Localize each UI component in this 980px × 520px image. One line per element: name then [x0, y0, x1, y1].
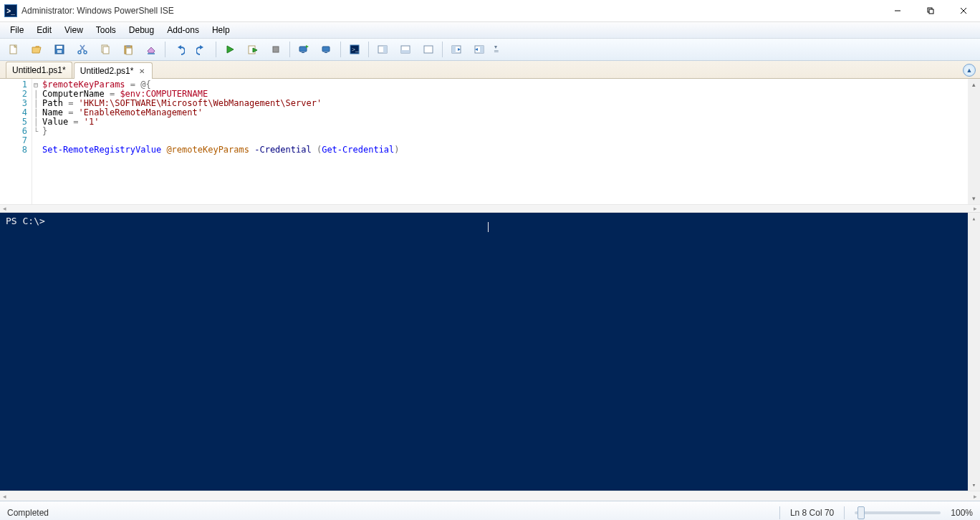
show-command-addon-button[interactable]: [470, 41, 489, 58]
titlebar: >_ Administrator: Windows PowerShell ISE: [0, 0, 980, 22]
open-file-button[interactable]: [27, 41, 46, 58]
statusbar: Completed Ln 8 Col 70 100%: [0, 501, 980, 520]
menu-tools[interactable]: Tools: [90, 24, 122, 37]
svg-rect-16: [126, 45, 130, 47]
toolbar-separator: [340, 42, 341, 57]
svg-rect-8: [57, 50, 62, 53]
maximize-button[interactable]: [914, 0, 947, 21]
zoom-slider[interactable]: [855, 511, 941, 514]
menu-debug[interactable]: Debug: [123, 24, 160, 37]
undo-button[interactable]: [170, 41, 188, 58]
close-button[interactable]: [947, 0, 980, 21]
svg-text:>_: >_: [352, 46, 359, 53]
console-pane[interactable]: PS C:\> ▴ ▾: [0, 213, 980, 491]
console-horizontal-scrollbar[interactable]: ◂ ▸: [0, 491, 980, 501]
svg-rect-42: [480, 46, 484, 53]
svg-rect-25: [273, 47, 279, 52]
new-remote-tab-button[interactable]: [294, 41, 313, 58]
svg-marker-28: [306, 45, 309, 48]
editor-vertical-scrollbar[interactable]: ▴ ▾: [968, 79, 980, 204]
svg-rect-27: [302, 52, 304, 53]
run-script-button[interactable]: [221, 41, 239, 58]
scroll-up-icon[interactable]: ▴: [968, 79, 980, 90]
start-remote-button[interactable]: [317, 41, 336, 58]
svg-point-11: [78, 51, 81, 54]
scroll-up-icon[interactable]: ▴: [968, 213, 980, 224]
layout-right-button[interactable]: [373, 41, 392, 58]
menu-addons[interactable]: Add-ons: [161, 24, 205, 37]
svg-point-12: [84, 51, 87, 54]
svg-marker-18: [148, 47, 155, 53]
menu-view[interactable]: View: [59, 24, 89, 37]
status-text: Completed: [7, 508, 49, 518]
scroll-left-icon[interactable]: ◂: [3, 205, 6, 212]
svg-marker-21: [200, 45, 203, 49]
window-controls: [881, 0, 980, 21]
code-area[interactable]: $remoteKeyParams = @{ ComputerName = $en…: [39, 79, 968, 204]
console-vertical-scrollbar[interactable]: ▴ ▾: [968, 213, 980, 491]
tab-untitled1[interactable]: Untitled1.ps1*: [6, 62, 72, 78]
svg-rect-37: [424, 46, 433, 53]
svg-rect-34: [383, 46, 387, 53]
console-output[interactable]: PS C:\>: [6, 216, 965, 488]
tab-label: Untitled2.ps1*: [80, 66, 134, 76]
svg-rect-2: [929, 9, 933, 14]
stop-button[interactable]: [266, 41, 285, 58]
save-button[interactable]: [50, 41, 69, 58]
paste-button[interactable]: [119, 41, 138, 58]
new-file-button[interactable]: [4, 41, 23, 58]
cut-button[interactable]: [73, 41, 92, 58]
svg-rect-30: [325, 52, 327, 53]
svg-rect-39: [452, 46, 456, 53]
powershell-console-button[interactable]: >_: [345, 41, 364, 58]
svg-rect-14: [103, 47, 109, 54]
svg-rect-36: [401, 50, 410, 53]
scroll-left-icon[interactable]: ◂: [3, 493, 6, 500]
show-script-pane-button[interactable]: [447, 41, 466, 58]
zoom-slider-thumb[interactable]: [858, 506, 865, 519]
redo-button[interactable]: [193, 41, 211, 58]
layout-max-button[interactable]: [419, 41, 438, 58]
scroll-right-icon[interactable]: ▸: [974, 493, 977, 500]
cursor-position: Ln 8 Col 70: [790, 508, 834, 518]
svg-rect-7: [57, 46, 62, 49]
status-separator: [779, 506, 780, 519]
scroll-down-icon[interactable]: ▾: [968, 193, 980, 204]
menubar: File Edit View Tools Debug Add-ons Help: [0, 22, 980, 39]
zoom-level: 100%: [951, 508, 973, 518]
menu-edit[interactable]: Edit: [31, 24, 57, 37]
toolbar-separator: [165, 42, 165, 57]
minimize-button[interactable]: [881, 0, 914, 21]
scroll-right-icon[interactable]: ▸: [974, 205, 977, 212]
clear-button[interactable]: [142, 41, 160, 58]
tab-label: Untitled1.ps1*: [12, 65, 66, 75]
run-selection-button[interactable]: [244, 41, 262, 58]
toolbar-separator: [368, 42, 369, 57]
menu-file[interactable]: File: [4, 24, 29, 37]
line-number-gutter: 1 2 3 4 5 6 7 8: [0, 79, 32, 204]
status-separator: [844, 506, 845, 519]
svg-rect-17: [126, 48, 132, 54]
toolbar-overflow-icon[interactable]: ▾═: [493, 45, 499, 54]
editor-tabs: Untitled1.ps1* Untitled2.ps1* ✕ ▲: [0, 61, 980, 79]
copy-button[interactable]: [96, 41, 115, 58]
toolbar-separator: [442, 42, 443, 57]
svg-marker-20: [178, 45, 181, 49]
svg-marker-22: [227, 46, 234, 53]
text-cursor-icon: [488, 222, 489, 232]
toolbar: >_ ▾═: [0, 39, 980, 61]
svg-rect-29: [322, 47, 330, 52]
layout-bottom-button[interactable]: [396, 41, 415, 58]
menu-help[interactable]: Help: [206, 24, 236, 37]
svg-rect-26: [299, 47, 307, 52]
fold-column[interactable]: ⊟││││└: [32, 79, 39, 204]
window-title: Administrator: Windows PowerShell ISE: [21, 6, 174, 16]
collapse-script-pane-icon[interactable]: ▲: [963, 64, 976, 77]
script-editor[interactable]: 1 2 3 4 5 6 7 8 ⊟││││└ $remoteKeyParams …: [0, 79, 980, 204]
app-icon: >_: [4, 4, 17, 17]
tab-untitled2[interactable]: Untitled2.ps1* ✕: [74, 62, 153, 79]
editor-horizontal-scrollbar[interactable]: ◂ ▸: [0, 204, 980, 213]
toolbar-separator: [289, 42, 290, 57]
close-tab-icon[interactable]: ✕: [138, 67, 146, 75]
scroll-down-icon[interactable]: ▾: [968, 479, 980, 491]
